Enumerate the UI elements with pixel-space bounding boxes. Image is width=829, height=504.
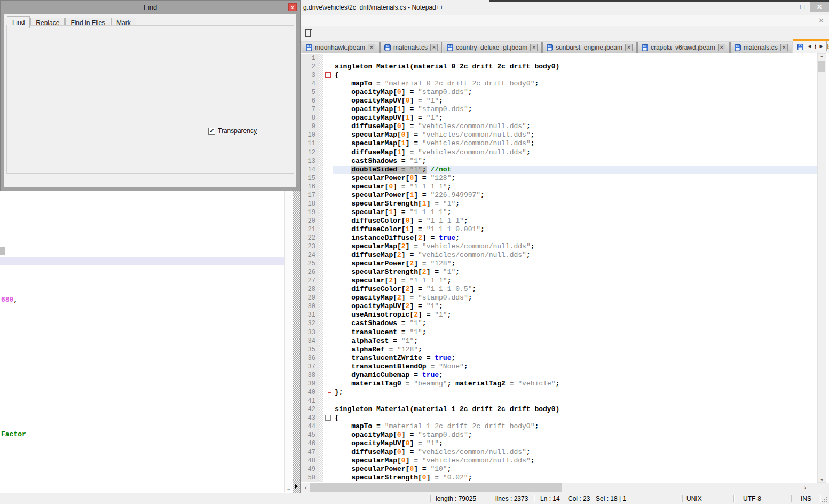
bookmark-margin[interactable] [319,97,323,105]
line-number: 31 [301,311,319,319]
bookmark-margin[interactable] [319,139,323,148]
tab-close-icon[interactable]: ✕ [780,44,788,51]
bookmark-margin[interactable] [319,242,323,251]
code-line: 6 opacityMapUV[0] = "1"; [301,97,817,105]
bookmark-margin[interactable] [319,345,323,354]
bookmark-margin[interactable] [319,302,323,311]
status-separator [430,495,431,502]
bookmark-margin[interactable] [319,157,323,166]
bookmark-margin[interactable] [319,259,323,268]
bookmark-margin[interactable] [319,388,323,397]
bookmark-margin[interactable] [319,225,323,234]
bookmark-margin[interactable] [319,268,323,277]
bookmark-margin[interactable] [319,405,323,414]
bookmark-margin[interactable] [319,208,323,217]
scroll-left-button[interactable]: ‹ [302,483,310,492]
bookmark-margin[interactable] [319,363,323,371]
fold-margin [323,456,333,465]
file-tab[interactable]: materials.cs✕ [380,42,442,53]
bookmark-margin[interactable] [319,114,323,122]
resize-grip[interactable] [822,497,823,498]
bookmark-margin[interactable] [319,397,323,405]
code-line: 44 mapTo = "material_1_2c_drift_2c_drift… [301,422,817,431]
bookmark-margin[interactable] [319,122,323,131]
bookmark-margin[interactable] [319,277,323,285]
bookmark-margin[interactable] [319,439,323,448]
code-line: 10 specularMap[0] = "vehicles/common/nul… [301,131,817,139]
file-tab[interactable]: country_deluxe_gt.jbeam✕ [443,42,542,53]
bookmark-margin[interactable] [319,294,323,302]
bookmark-margin[interactable] [319,456,323,465]
bookmark-margin[interactable] [319,80,323,88]
bookmark-margin[interactable] [319,131,323,139]
bookmark-margin[interactable] [319,71,323,80]
tab-scroll-right-button[interactable]: ▶ [816,41,827,51]
bookmark-margin[interactable] [319,311,323,319]
tab-close-icon[interactable]: ✕ [530,44,538,51]
bookmark-margin[interactable] [319,431,323,439]
bookmark-margin[interactable] [319,62,323,71]
bookmark-margin[interactable] [319,88,323,97]
bookmark-margin[interactable] [319,371,323,380]
view-splitter[interactable] [293,191,300,493]
close-button[interactable]: ✕ [810,1,829,12]
tab-close-icon[interactable]: ✕ [368,44,375,51]
tab-close-icon[interactable]: ✕ [430,44,438,51]
bookmark-margin[interactable] [319,148,323,157]
panel-close-icon[interactable]: ✕ [818,17,824,25]
tab-close-icon[interactable]: ✕ [718,44,725,51]
background-editor-view[interactable]: 680, Factor ⌄ [0,191,293,493]
file-tab[interactable]: materials.cs✕ [730,42,792,53]
editor-horizontal-scrollbar[interactable]: ‹ › [301,483,817,492]
file-tab[interactable]: moonhawk.jbeam✕ [302,42,380,53]
dialog-close-button[interactable]: x [288,3,297,11]
bookmark-margin[interactable] [319,448,323,456]
file-tab[interactable]: crapola_v6rawd.jbeam✕ [637,42,730,53]
dialog-resize-grip[interactable] [294,185,295,186]
scroll-right-button[interactable]: › [801,483,809,492]
bookmark-margin[interactable] [319,319,323,328]
bookmark-margin[interactable] [319,200,323,208]
fold-margin[interactable] [323,414,333,422]
editor[interactable]: 12singleton Material(material_0_2c_drift… [301,53,829,492]
fold-margin[interactable] [323,71,333,80]
file-tab[interactable]: sunburst_engine.jbeam✕ [542,42,637,53]
left-view-scroll-down-button[interactable]: ⌄ [285,484,293,492]
bookmark-margin[interactable] [319,285,323,294]
bookmark-margin[interactable] [319,54,323,62]
toolbar-document-icon[interactable] [305,28,312,38]
fold-collapse-icon[interactable] [325,415,331,421]
status-lines: lines : 2373 [495,495,528,502]
horizontal-scroll-thumb[interactable] [310,483,562,492]
maximize-button[interactable]: □ [795,1,810,12]
tab-scroll-left-button[interactable]: ◀ [804,41,815,51]
minimize-button[interactable]: – [780,1,795,12]
bookmark-margin[interactable] [319,217,323,225]
bookmark-margin[interactable] [319,414,323,422]
bookmark-margin[interactable] [319,474,323,482]
scroll-down-button[interactable]: ⌄ [818,475,826,482]
bookmark-margin[interactable] [319,166,323,174]
scroll-up-button[interactable]: ⌃ [818,54,826,61]
fold-line [328,208,328,217]
editor-vertical-scrollbar[interactable]: ⌃ ⌄ [817,53,826,483]
vertical-scroll-thumb[interactable] [818,61,825,72]
bookmark-margin[interactable] [319,234,323,242]
bookmark-margin[interactable] [319,174,323,183]
tab-find[interactable]: Find [7,16,30,28]
bookmark-margin[interactable] [319,251,323,259]
transparency-checkbox[interactable]: ✔ Transparency [207,127,258,135]
bookmark-margin[interactable] [319,191,323,200]
bookmark-margin[interactable] [319,183,323,191]
bookmark-margin[interactable] [319,354,323,363]
bookmark-margin[interactable] [319,328,323,337]
fold-collapse-icon[interactable] [325,72,331,78]
tab-close-icon[interactable]: ✕ [625,44,633,51]
bookmark-margin[interactable] [319,465,323,474]
bookmark-margin[interactable] [319,422,323,431]
bookmark-margin[interactable] [319,105,323,114]
bookmark-margin[interactable] [319,337,323,345]
code-text: instanceDiffuse[2] = true; [333,234,817,242]
left-view-scrollbar[interactable]: ⌄ [284,191,293,492]
bookmark-margin[interactable] [319,380,323,388]
